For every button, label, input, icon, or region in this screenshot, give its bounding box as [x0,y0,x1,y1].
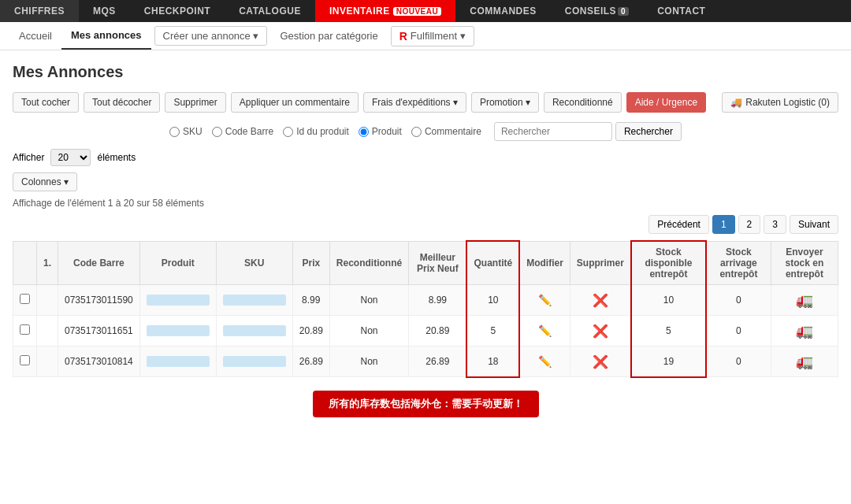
pagination-page-2[interactable]: 2 [738,215,761,234]
cell-quantity: 18 [466,346,519,377]
radio-commentaire[interactable]: Commentaire [411,126,481,137]
cell-barcode: 0735173011590 [58,285,140,316]
cell-delete[interactable]: ❌ [570,285,631,316]
col-header-stock-available: Stock disponible entrepôt [631,241,706,285]
row-checkbox[interactable] [20,324,30,335]
col-header-best-price: Meilleur Prix Neuf [409,241,467,285]
main-content: Mes Annonces Tout cocher Tout décocher S… [0,50,851,504]
product-blurred [147,295,210,306]
page-title: Mes Annonces [13,63,838,81]
annonces-table: 1. Code Barre Produit SKU Prix Reconditi… [13,240,838,378]
search-area: SKU Code Barre Id du produit Produit Com… [13,122,838,141]
pagination-page-3[interactable]: 3 [764,215,786,234]
radio-sku[interactable]: SKU [169,126,203,137]
fulfillment-r-icon: R [399,30,407,43]
search-box: Rechercher [494,122,682,141]
btn-tout-cocher[interactable]: Tout cocher [13,92,79,113]
cell-send-stock[interactable]: 🚛 [771,316,838,346]
cell-edit[interactable]: ✏️ [519,285,570,316]
nav-commandes[interactable]: COMMANDES [455,0,551,22]
cell-best-price: 8.99 [409,285,467,316]
delete-icon[interactable]: ❌ [593,324,608,338]
btn-aide-urgence[interactable]: Aide / Urgence [626,92,706,113]
radio-produit-input[interactable] [359,127,369,137]
cell-stock-available: 19 [631,346,706,377]
nav-chiffres[interactable]: CHIFFRES [0,0,79,22]
radio-commentaire-input[interactable] [411,127,422,137]
nav-mqs[interactable]: MQS [79,0,130,22]
cell-product [139,285,216,316]
nav-inventaire[interactable]: INVENTAIRE NOUVEAU [315,0,455,22]
cell-send-stock[interactable]: 🚛 [771,346,838,377]
pagination-prev[interactable]: Précédent [648,215,709,234]
colonnes-button[interactable]: Colonnes ▾ [13,172,77,191]
inventaire-badge: NOUVEAU [393,7,442,16]
radio-sku-input[interactable] [169,127,180,137]
cell-num [37,285,58,316]
sku-blurred [223,325,286,336]
subnav-accueil[interactable]: Accueil [9,22,61,50]
display-row: Afficher 20 50 100 éléments [13,149,838,166]
edit-icon[interactable]: ✏️ [538,294,552,306]
btn-commentaire[interactable]: Appliquer un commentaire [231,92,359,113]
cell-num [37,316,58,346]
edit-icon[interactable]: ✏️ [538,324,552,337]
nav-checkpoint[interactable]: CHECKPOINT [130,0,225,22]
send-stock-icon[interactable]: 🚛 [796,292,813,308]
btn-frais-expedition[interactable]: Frais d'expéditions [363,92,466,113]
table-row: 0735173010814 26.89 Non 26.89 18 ✏️ ❌ 19… [13,346,838,377]
cell-stock-available: 10 [631,285,706,316]
cell-check[interactable] [13,346,37,377]
affichage-text: Affichage de l'élément 1 à 20 sur 58 élé… [13,198,838,209]
send-stock-icon[interactable]: 🚛 [796,354,813,369]
delete-icon[interactable]: ❌ [593,355,608,369]
subnav-gestion-categorie[interactable]: Gestion par catégorie [270,22,387,50]
product-blurred [147,325,210,336]
cell-check[interactable] [13,316,37,346]
col-header-product: Produit [139,241,216,285]
edit-icon[interactable]: ✏️ [538,355,552,368]
sku-blurred [223,356,286,367]
radio-code-barre[interactable]: Code Barre [212,126,273,137]
nav-catalogue[interactable]: CATALOGUE [225,0,315,22]
pagination-page-1[interactable]: 1 [712,215,735,234]
cell-send-stock[interactable]: 🚛 [771,285,838,316]
btn-reconditionne[interactable]: Reconditionné [544,92,622,113]
cell-best-price: 26.89 [409,346,467,377]
cell-delete[interactable]: ❌ [570,316,631,346]
cell-sku [216,346,292,377]
cell-edit[interactable]: ✏️ [519,316,570,346]
cell-check[interactable] [13,285,37,316]
cell-stock-available: 5 [631,316,706,346]
sku-blurred [223,295,286,306]
btn-supprimer[interactable]: Supprimer [165,92,225,113]
subnav-mes-annonces[interactable]: Mes annonces [61,22,151,50]
radio-code-barre-input[interactable] [212,127,222,137]
cell-delete[interactable]: ❌ [570,346,631,377]
btn-rakuten-logistic[interactable]: 🚚 Rakuten Logistic (0) [722,92,838,113]
btn-tout-decocher[interactable]: Tout décocher [84,92,160,113]
search-button[interactable]: Rechercher [615,122,682,141]
row-checkbox[interactable] [20,294,30,304]
row-checkbox[interactable] [20,355,30,365]
radio-id-produit-input[interactable] [283,127,293,137]
radio-produit[interactable]: Produit [359,126,402,137]
items-per-page-select[interactable]: 20 50 100 [50,149,91,166]
table-row: 0735173011590 8.99 Non 8.99 10 ✏️ ❌ 10 0… [13,285,838,316]
cell-price: 26.89 [292,346,329,377]
delete-icon[interactable]: ❌ [593,294,608,307]
subnav-fulfillment[interactable]: R Fulfillment ▾ [391,26,474,46]
cell-edit[interactable]: ✏️ [519,346,570,377]
cell-stock-arrival: 0 [706,285,771,316]
pagination-next[interactable]: Suivant [790,215,838,234]
btn-promotion[interactable]: Promotion [471,92,539,113]
radio-id-produit[interactable]: Id du produit [283,126,349,137]
product-blurred [147,356,210,367]
nav-contact[interactable]: CONTACT [643,0,719,22]
cell-product [139,316,216,346]
colonnes-button-wrapper: Colonnes ▾ [13,172,838,191]
nav-conseils[interactable]: CONSEILS 0 [551,0,643,22]
send-stock-icon[interactable]: 🚛 [796,323,813,339]
search-input[interactable] [494,122,612,141]
subnav-creer-annonce[interactable]: Créer une annonce ▾ [154,26,268,46]
